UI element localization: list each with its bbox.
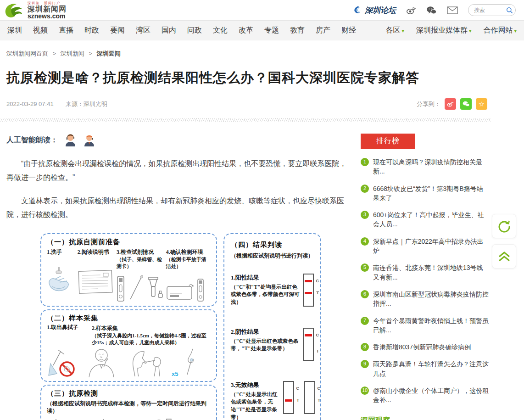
ranking-item[interactable]: 3 600+岗位来了！高中起报，毕业生、社会人员... xyxy=(361,210,489,229)
search-box xyxy=(468,4,516,16)
swab-rotations-label: x5 xyxy=(172,370,178,377)
nav-item[interactable]: 房产 xyxy=(316,26,330,35)
sample-tube-icon xyxy=(146,275,164,302)
figure-section-result: （四）结果判读 （根据相应试剂说明书进行判读） 1.阳性结果 （"C"和"T"处… xyxy=(223,233,321,420)
nav-item[interactable]: 教育 xyxy=(290,26,305,35)
share-weibo-icon[interactable] xyxy=(445,98,456,110)
negative-strip: C T xyxy=(303,328,314,361)
wash-hands-icon xyxy=(47,266,72,295)
ranking-item[interactable]: 6 深圳市南山区新型冠状病毒肺炎疫情防控指挥... xyxy=(361,290,489,308)
ranking-item[interactable]: 5 南连香港、北接东莞！深圳地铁13号线又有新... xyxy=(361,263,489,282)
rank-number-badge: 5 xyxy=(361,263,369,272)
stripe-divider xyxy=(0,118,491,122)
nav-item[interactable]: 直播 xyxy=(59,26,73,35)
invalid-strips: C T C T xyxy=(283,381,315,420)
ranking-item[interactable]: 7 今年首个暴雨黄警昨夜悄悄上线！预警虽已解... xyxy=(361,316,489,335)
weibo-icon[interactable] xyxy=(406,6,416,15)
logo-swoosh-icon xyxy=(5,3,26,19)
ai-read-label: 人工智能朗读： xyxy=(6,135,58,145)
breadcrumb-section[interactable]: 深圳新闻 xyxy=(61,50,84,57)
rank-number-badge: 8 xyxy=(361,343,369,351)
chevron-down-icon xyxy=(514,26,517,34)
rank-number-badge: 10 xyxy=(361,386,369,395)
share-wechat-icon[interactable] xyxy=(460,98,472,110)
nav-dropdown[interactable]: 合作网站 xyxy=(483,26,517,35)
ai-reader-male-avatar[interactable] xyxy=(83,134,95,147)
logo-title: 深圳新闻网 xyxy=(28,6,67,13)
ranking-item[interactable]: 8 香港新增8037例新冠肺炎确诊病例 xyxy=(361,342,489,352)
ai-reader-female-avatar[interactable] xyxy=(64,134,77,147)
positive-strip: C T xyxy=(303,274,314,307)
nav-item[interactable]: 深圳 xyxy=(7,26,22,35)
ranking-item[interactable]: 1 现在可以离深吗？深圳疫情防控相关最新... xyxy=(361,157,489,176)
nose-closeup-icon xyxy=(185,348,199,377)
breadcrumb-current: 深圳要闻 xyxy=(97,50,121,57)
rank-number-badge: 7 xyxy=(361,317,369,325)
site-logo[interactable]: 深圳第一新闻门户 深圳新闻网 sznews.com xyxy=(5,1,67,19)
open-swab-prohibited-icon xyxy=(47,350,77,377)
observe-section-title[interactable]: 深网观察 xyxy=(361,416,489,420)
figure-section-sample: （二）样本采集 1.取出鼻拭子 2.样本采集 （拭子深入鼻腔内1-1.5cm，每… xyxy=(40,309,217,382)
instruction-sheet-icon xyxy=(78,269,113,295)
chevron-down-icon xyxy=(401,26,404,34)
chevron-down-icon xyxy=(469,26,472,34)
logo-domain: sznews.com xyxy=(28,13,67,19)
logo-slogan: 深圳第一新闻门户 xyxy=(28,1,67,5)
forum-link[interactable]: 深圳论坛 xyxy=(352,5,396,16)
source-label: 来源： xyxy=(66,101,84,107)
test-cassette-icon xyxy=(117,275,125,302)
nav-item[interactable]: 文化 xyxy=(213,26,228,35)
refresh-button[interactable] xyxy=(492,214,516,238)
back-to-top-button[interactable] xyxy=(492,244,516,269)
mail-icon[interactable] xyxy=(447,6,458,14)
paragraph-1: “由于抗原检测会出现漏检误检的情况，如果抗原检测出现阳性结果，也不要恐慌，要立即… xyxy=(6,157,354,184)
article-body: 人工智能朗读： “由于抗原检测会 xyxy=(6,134,354,420)
figure-section-prep: （一）抗原自测前准备 1.洗手 xyxy=(40,233,217,307)
article-meta: 2022-03-29 07:41 来源：深圳光明 分享到： ☆ xyxy=(0,87,524,110)
page-title: 抗原检测是啥？抗原检测结果阳性怎么办？国科大深圳医院专家解答 xyxy=(0,58,524,87)
search-input[interactable] xyxy=(474,7,506,13)
upright-cassette-icon xyxy=(197,278,204,302)
person-side-swab-icon xyxy=(126,348,164,377)
rank-number-badge: 9 xyxy=(361,360,369,368)
drop-on-cassette-icon xyxy=(145,418,184,420)
nav-item[interactable]: 改革 xyxy=(239,26,253,35)
nav-item[interactable]: 湾区 xyxy=(136,26,151,35)
flat-surface-card-icon xyxy=(166,282,195,302)
nav-item[interactable]: 视频 xyxy=(33,26,48,35)
person-front-icon xyxy=(84,347,118,377)
nav-dropdown[interactable]: 各区 xyxy=(385,26,404,35)
ranking-item[interactable]: 2 6668块铁皮已“发货”！第3期粤B摇号结果来了 xyxy=(361,184,489,203)
paragraph-2: 文道林表示，如果抗原检测出现阴性结果，却有新冠肺炎相应的发烧、咳嗽等症状，也应尽… xyxy=(6,194,354,221)
rank-number-badge: 4 xyxy=(361,237,369,246)
nav-item[interactable]: 要闻 xyxy=(110,26,125,35)
ranking-tab[interactable]: 排行榜 xyxy=(361,134,415,149)
nav-dropdown[interactable]: 深圳报业媒体群 xyxy=(416,26,472,35)
rank-number-badge: 6 xyxy=(361,290,369,298)
site-header: 深圳第一新闻门户 深圳新闻网 sznews.com 深圳论坛 xyxy=(0,0,524,20)
ranking-item[interactable]: 10 @南山小微企业（个体工商户），这份租金补... xyxy=(361,386,489,405)
ranking-item[interactable]: 9 雨天路是真滑！车轮打滑怎么办？注意这几点 xyxy=(361,359,489,378)
rank-number-badge: 2 xyxy=(361,185,369,193)
rank-number-badge: 1 xyxy=(361,158,369,166)
figure-section-test: （三）抗原检测 （根据相应试剂说明书完成样本检测，等待一定时间后进行结果判读） xyxy=(40,385,217,420)
ranking-item[interactable]: 4 深新早点｜广东2022年高中招录办法出炉 xyxy=(361,237,489,256)
wechat-icon[interactable] xyxy=(426,6,437,15)
share-qzone-icon[interactable]: ☆ xyxy=(476,98,487,110)
nav-item[interactable]: 财经 xyxy=(341,26,356,35)
main-nav: 深圳视频直播时政要闻湾区国内问政文化改革专题教育房产财经 各区深圳报业媒体群合作… xyxy=(0,20,524,40)
nav-item[interactable]: 问政 xyxy=(187,26,202,35)
refresh-icon xyxy=(497,219,511,233)
share-label: 分享到： xyxy=(417,100,440,108)
breadcrumb: 深圳新闻网首页 > 深圳新闻 > 深圳要闻 xyxy=(0,40,524,58)
nav-item[interactable]: 国内 xyxy=(162,26,176,35)
nav-item[interactable]: 时政 xyxy=(84,26,99,35)
sidebar: 排行榜 1 现在可以离深吗？深圳疫情防控相关最新... 2 6668块铁皮已“发… xyxy=(361,134,489,420)
nav-dropdowns: 各区深圳报业媒体群合作网站 xyxy=(385,26,517,35)
nav-item[interactable]: 专题 xyxy=(264,26,279,35)
search-icon[interactable] xyxy=(506,7,513,14)
ranking-list: 1 现在可以离深吗？深圳疫情防控相关最新... 2 6668块铁皮已“发货”！第… xyxy=(361,157,489,405)
forum-icon xyxy=(352,6,362,15)
double-chevron-up-icon xyxy=(497,251,511,263)
breadcrumb-home[interactable]: 深圳新闻网首页 xyxy=(6,50,48,57)
